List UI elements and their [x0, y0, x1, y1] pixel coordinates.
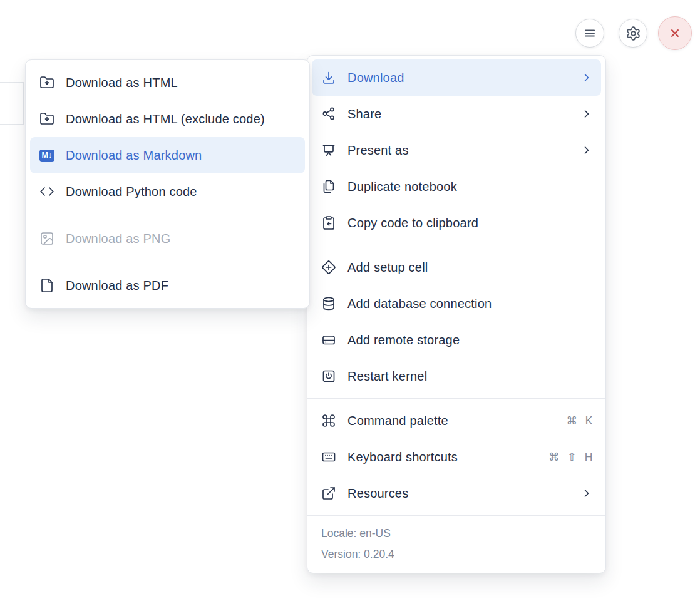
menu-item-label: Download Python code: [66, 185, 297, 199]
chevron-right-icon: [580, 108, 593, 120]
menu-footer: Locale: en-US Version: 0.20.4: [307, 515, 605, 573]
menu-item-label: Add database connection: [347, 297, 593, 311]
folder-download-icon: [39, 111, 54, 126]
keyboard-shortcut: ⌘ K: [566, 414, 593, 428]
menu-item-download[interactable]: Download: [312, 59, 601, 96]
shutdown-button[interactable]: [658, 16, 692, 50]
command-icon: [321, 413, 336, 428]
app-canvas: Download as HTML Download as HTML (exclu…: [0, 0, 700, 616]
menu-item-share[interactable]: Share: [312, 96, 601, 132]
menu-item-download-as-html-exclude-code[interactable]: Download as HTML (exclude code): [30, 101, 305, 137]
menu-item-label: Present as: [347, 143, 569, 158]
version-text: Version: 0.20.4: [321, 544, 592, 565]
menu-item-add-setup-cell[interactable]: Add setup cell: [312, 249, 601, 285]
menu-item-add-database-connection[interactable]: Add database connection: [312, 285, 601, 322]
menu-item-add-remote-storage[interactable]: Add remote storage: [312, 322, 601, 358]
menu-item-label: Resources: [347, 486, 569, 501]
chevron-right-icon: [580, 487, 593, 500]
menu-item-label: Download as PNG: [66, 232, 297, 246]
locale-text: Locale: en-US: [321, 523, 592, 544]
hard-drive-icon: [321, 332, 336, 347]
menu-item-copy-code-to-clipboard[interactable]: Copy code to clipboard: [312, 205, 601, 241]
menu-item-label: Add setup cell: [347, 260, 593, 275]
keyboard-icon: [321, 449, 336, 465]
menu-item-duplicate-notebook[interactable]: Duplicate notebook: [312, 168, 601, 205]
share-icon: [321, 106, 336, 121]
menu-divider: [307, 245, 605, 245]
menu-item-resources[interactable]: Resources: [312, 475, 601, 511]
notebook-actions-menu: Download Share Present as: [307, 55, 606, 573]
menu-item-label: Keyboard shortcuts: [347, 450, 537, 465]
menu-item-command-palette[interactable]: Command palette ⌘ K: [312, 403, 601, 439]
menu-item-label: Command palette: [347, 414, 555, 428]
menu-item-label: Share: [347, 107, 569, 121]
download-icon: [321, 70, 336, 85]
background-cell-border: [0, 124, 24, 125]
gear-icon: [625, 26, 641, 41]
menu-divider: [26, 215, 309, 215]
presentation-icon: [321, 143, 336, 158]
menu-item-download-python-code[interactable]: Download Python code: [30, 173, 305, 210]
hamburger-icon: [582, 25, 598, 41]
menu-item-keyboard-shortcuts[interactable]: Keyboard shortcuts ⌘ ⇧ H: [312, 439, 601, 475]
code-icon: [39, 184, 54, 199]
chevron-right-icon: [580, 71, 593, 84]
menu-item-download-as-markdown[interactable]: M↓ Download as Markdown: [30, 137, 305, 173]
menu-item-label: Download as HTML: [66, 76, 297, 90]
menu-item-download-as-png: Download as PNG: [30, 220, 305, 257]
menu-item-label: Download: [347, 71, 569, 85]
menu-item-download-as-pdf[interactable]: Download as PDF: [30, 267, 305, 304]
power-icon: [321, 369, 336, 384]
keyboard-shortcut: ⌘ ⇧ H: [548, 451, 593, 464]
chevron-right-icon: [580, 144, 593, 157]
markdown-icon: M↓: [39, 148, 54, 163]
menu-item-label: Add remote storage: [347, 333, 593, 347]
image-icon: [39, 231, 54, 246]
background-cell-border: [0, 82, 24, 83]
duplicate-icon: [321, 179, 336, 194]
database-icon: [321, 296, 336, 311]
menu-item-label: Download as HTML (exclude code): [66, 112, 297, 126]
close-icon: [667, 25, 683, 41]
menu-item-restart-kernel[interactable]: Restart kernel: [312, 358, 601, 394]
diamond-plus-icon: [321, 260, 336, 275]
menu-divider: [307, 398, 605, 399]
menu-item-label: Duplicate notebook: [347, 180, 593, 194]
menu-item-present-as[interactable]: Present as: [312, 132, 601, 168]
notebook-menu-button[interactable]: [575, 19, 604, 48]
menu-item-label: Download as PDF: [66, 279, 297, 293]
menu-item-download-as-html[interactable]: Download as HTML: [30, 64, 305, 101]
clipboard-copy-icon: [321, 215, 336, 230]
file-icon: [39, 278, 54, 293]
folder-download-icon: [39, 75, 54, 90]
external-link-icon: [321, 486, 336, 501]
download-submenu: Download as HTML Download as HTML (exclu…: [25, 59, 310, 309]
background-cell-border: [23, 82, 24, 125]
settings-button[interactable]: [619, 19, 647, 48]
menu-item-label: Download as Markdown: [66, 148, 297, 163]
menu-item-label: Copy code to clipboard: [347, 216, 593, 230]
menu-item-label: Restart kernel: [347, 369, 593, 384]
menu-divider: [26, 262, 309, 262]
